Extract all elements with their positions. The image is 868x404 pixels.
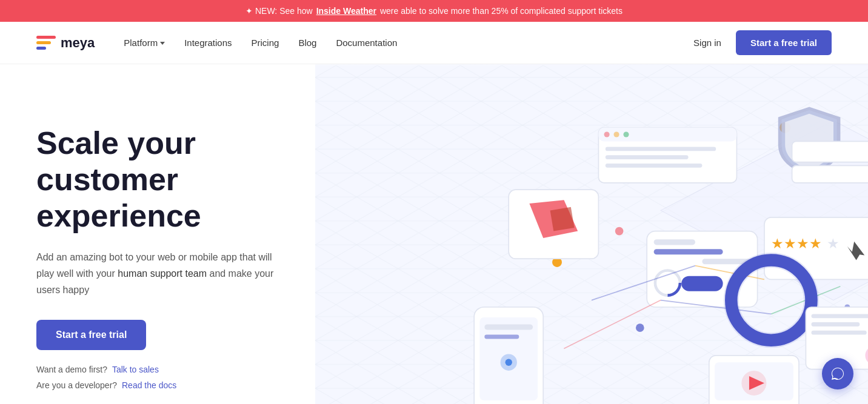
svg-point-30 [506,359,512,365]
svg-rect-51 [812,314,868,318]
talk-to-sales-link[interactable]: Talk to sales [112,365,159,374]
nav-item-platform[interactable]: Platform [124,38,165,48]
chevron-down-icon [160,42,165,45]
nav-item-blog[interactable]: Blog [298,38,316,48]
nav-links: Platform Integrations Pricing Blog Docum… [124,38,693,48]
hero-section: Scale your customer experience Add an am… [0,64,868,404]
hero-secondary-links: Want a demo first? Talk to sales Are you… [36,365,279,390]
sign-in-link[interactable]: Sign in [693,38,721,48]
nav-item-documentation[interactable]: Documentation [336,38,397,48]
announcement-suffix: were able to solve more than 25% of comp… [380,6,623,16]
chat-bubble-icon [830,366,845,381]
navigation: meya Platform Integrations Pricing Blog … [0,22,868,64]
svg-rect-34 [613,131,619,137]
announcement-bar: ✦ NEW: See how Inside Weather were able … [0,0,868,22]
svg-rect-52 [812,322,860,326]
read-docs-link[interactable]: Read the docs [122,380,176,390]
svg-rect-18 [681,276,723,291]
svg-rect-36 [606,147,716,151]
hero-title: Scale your customer experience [36,125,279,234]
chat-widget[interactable] [822,358,853,389]
svg-rect-32 [598,128,736,142]
svg-point-10 [636,323,644,332]
svg-text:★: ★ [827,236,840,251]
hero-content: Scale your customer experience Add an am… [0,64,315,404]
logo[interactable]: meya [36,35,95,51]
dev-text: Are you a developer? Read the docs [36,380,279,390]
svg-rect-53 [812,331,867,335]
svg-text:★★★★: ★★★★ [771,236,822,251]
nav-cta-button[interactable]: Start a free trial [736,30,832,55]
svg-rect-27 [484,324,533,329]
demo-text: Want a demo first? Talk to sales [36,365,279,374]
svg-rect-15 [654,239,695,245]
announcement-link[interactable]: Inside Weather [316,6,376,16]
isometric-illustration: ★★★★ ★ [315,64,868,404]
logo-icon [36,36,56,50]
svg-point-8 [615,227,624,236]
svg-rect-33 [604,131,610,137]
svg-rect-58 [792,141,868,162]
svg-rect-60 [792,165,868,183]
svg-rect-37 [606,155,689,159]
svg-rect-35 [623,131,629,137]
hero-illustration: ★★★★ ★ [315,64,868,404]
svg-rect-28 [484,335,519,339]
hero-cta-button[interactable]: Start a free trial [36,320,146,350]
hero-subtitle: Add an amazing bot to your web or mobile… [36,249,279,299]
nav-item-pricing[interactable]: Pricing [252,38,279,48]
svg-rect-38 [606,164,703,168]
announcement-prefix: ✦ NEW: See how [245,6,313,16]
nav-item-integrations[interactable]: Integrations [184,38,232,48]
logo-text: meya [61,35,95,51]
nav-right: Sign in Start a free trial [693,30,832,55]
svg-rect-16 [654,249,723,254]
